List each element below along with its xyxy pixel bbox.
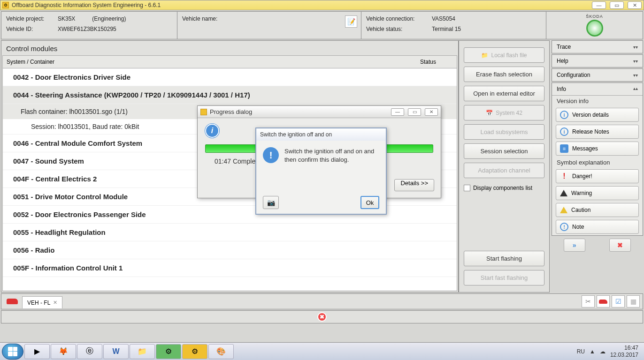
- column-status: Status: [420, 59, 453, 65]
- accordion-help[interactable]: Help▾▾: [552, 54, 643, 68]
- ok-button[interactable]: Ok: [360, 196, 379, 209]
- checkbox-icon[interactable]: [464, 185, 470, 191]
- tray-flag-icon[interactable]: ▲: [590, 348, 595, 355]
- windows-taskbar: ▶ 🦊 ⓔ W 📁 ⚙ ⚙ 🎨 RU ▲ ☁ 16:4712.03.2017: [0, 342, 644, 360]
- module-item[interactable]: 0056 - Radio: [3, 241, 457, 259]
- erase-flash-button[interactable]: Erase flash selection: [464, 67, 544, 82]
- scissors-icon[interactable]: ✂: [582, 295, 595, 308]
- control-modules-header: System / Container Status: [2, 55, 457, 68]
- version-details-button[interactable]: iVersion details: [556, 108, 639, 122]
- progress-dialog-title: Progress dialog: [210, 108, 252, 115]
- task-odis[interactable]: ⚙: [182, 344, 207, 359]
- dialog-minimize-button[interactable]: —: [391, 108, 404, 116]
- tray-language[interactable]: RU: [577, 348, 585, 355]
- task-explorer[interactable]: 📁: [130, 344, 155, 359]
- close-button[interactable]: ✕: [628, 1, 642, 9]
- system-tray[interactable]: RU ▲ ☁ 16:4712.03.2017: [573, 345, 642, 358]
- accordion-config[interactable]: Configuration▾▾: [552, 68, 643, 82]
- caution-button[interactable]: Caution: [556, 203, 639, 217]
- accordion-trace[interactable]: Trace▾▾: [552, 40, 643, 53]
- module-item[interactable]: 0044 - Steering Assistance (KWP2000 / TP…: [3, 86, 457, 104]
- vehicle-connection-value: VAS5054: [432, 15, 455, 22]
- tray-cloud-icon[interactable]: ☁: [600, 348, 606, 355]
- info-header[interactable]: Info▴▴: [552, 83, 643, 96]
- minimize-button[interactable]: —: [592, 1, 606, 9]
- car-icon[interactable]: [597, 295, 610, 308]
- car-icon[interactable]: [4, 296, 20, 307]
- app-icon: ⚙: [2, 2, 9, 8]
- folder-icon: 📁: [481, 52, 488, 59]
- release-notes-button[interactable]: iRelease Notes: [556, 125, 639, 139]
- vehicle-status-value: Terminal 15: [432, 26, 461, 32]
- vehicle-status-label: Vehicle status:: [366, 26, 432, 32]
- task-paint[interactable]: 🎨: [208, 344, 234, 359]
- module-item[interactable]: 0052 - Door Electronics Passenger Side: [3, 206, 457, 224]
- vehicle-id-value: XW8EF61Z3BK150295: [58, 26, 116, 32]
- module-item[interactable]: 005F - Information Control Unit 1: [3, 259, 457, 277]
- header-vehicle-name: Vehicle name: 📝: [177, 12, 361, 39]
- brand-name: ŠKODA: [586, 14, 603, 19]
- chevron-down-icon: ▾▾: [633, 45, 638, 50]
- app-title: Offboard Diagnostic Information System E…: [12, 2, 161, 8]
- danger-button[interactable]: !Danger!: [556, 169, 639, 183]
- header-brand: ŠKODA: [546, 12, 643, 39]
- right-bottom-buttons: » ✖: [552, 237, 643, 254]
- header-connection: Vehicle connection:VAS5054 Vehicle statu…: [361, 12, 546, 39]
- info-panel: Info▴▴ Version info iVersion details iRe…: [552, 82, 643, 236]
- start-flashing-button[interactable]: Start flashing: [464, 251, 544, 266]
- info-icon: i: [560, 111, 568, 119]
- close-circle-icon[interactable]: ✖: [317, 312, 327, 322]
- task-word[interactable]: W: [103, 344, 129, 359]
- start-fast-flashing-button: Start fast flashing: [464, 270, 544, 285]
- danger-icon: !: [560, 172, 568, 180]
- checklist-icon[interactable]: ☑: [612, 295, 625, 308]
- header: Vehicle project:SK35X(Engineering) Vehic…: [1, 11, 643, 39]
- status-bar: ✖: [1, 310, 643, 323]
- module-item[interactable]: 0042 - Door Electronics Driver Side: [3, 68, 457, 86]
- note-icon: !: [560, 223, 568, 231]
- screenshot-button[interactable]: 📷: [263, 196, 279, 209]
- dialog-maximize-button[interactable]: ▭: [408, 108, 421, 116]
- info-icon: i: [205, 124, 219, 138]
- tab-close-icon[interactable]: ✕: [53, 300, 57, 306]
- right-panel: Trace▾▾ Help▾▾ Configuration▾▾ Info▴▴ Ve…: [552, 40, 643, 292]
- tab-veh-fl[interactable]: VEH - FL✕: [22, 296, 62, 308]
- chevron-down-icon: ▾▾: [633, 59, 638, 64]
- details-button[interactable]: Details >>: [394, 179, 434, 191]
- warning-icon: [560, 190, 567, 196]
- calendar-icon: 📅: [486, 110, 493, 116]
- start-button[interactable]: [2, 344, 23, 360]
- warning-button[interactable]: Warning: [556, 186, 639, 200]
- maximize-button[interactable]: ▭: [610, 1, 624, 9]
- action-buttons-column: 📁Local flash file Erase flash selection …: [459, 40, 550, 292]
- vehicle-name-label: Vehicle name:: [182, 15, 234, 22]
- task-firefox[interactable]: 🦊: [51, 344, 76, 359]
- open-external-editor-button[interactable]: Open in external editor: [464, 86, 544, 101]
- vehicle-project-label: Vehicle project:: [6, 15, 58, 22]
- tray-clock[interactable]: 16:4712.03.2017: [610, 345, 638, 358]
- task-media-player[interactable]: ▶: [24, 344, 50, 359]
- version-info-label: Version info: [552, 96, 643, 106]
- progress-dialog-titlebar[interactable]: Progress dialog — ▭ ✕: [198, 106, 441, 118]
- display-components-checkbox-row[interactable]: Display components list: [464, 182, 544, 194]
- vehicle-project-value: SK35X: [58, 15, 75, 22]
- cancel-button[interactable]: ✖: [609, 239, 631, 252]
- grid-icon[interactable]: ▦: [627, 295, 640, 308]
- control-modules-title: Control modules: [2, 42, 457, 55]
- confirm-dialog: Switch the ignition off and on ! Switch …: [255, 128, 387, 215]
- edit-vehicle-name-button[interactable]: 📝: [345, 15, 357, 28]
- task-app1[interactable]: ⚙: [156, 344, 181, 359]
- session-selection-button[interactable]: Session selection: [464, 143, 544, 159]
- message-icon: ≡: [560, 144, 568, 153]
- forward-button[interactable]: »: [564, 239, 585, 252]
- system-42-button: 📅System 42: [464, 105, 544, 120]
- module-item[interactable]: 0055 - Headlight Regulation: [3, 224, 457, 241]
- dialog-close-button[interactable]: ✕: [425, 108, 438, 116]
- chevron-down-icon: ▾▾: [633, 73, 638, 78]
- symbol-explanation-label: Symbol explanation: [552, 157, 643, 168]
- note-button[interactable]: !Note: [556, 220, 639, 234]
- task-ie[interactable]: ⓔ: [77, 344, 102, 359]
- messages-button[interactable]: ≡Messages: [556, 142, 639, 156]
- vehicle-mode: (Engineering): [92, 15, 126, 22]
- confirm-dialog-title[interactable]: Switch the ignition off and on: [256, 128, 386, 141]
